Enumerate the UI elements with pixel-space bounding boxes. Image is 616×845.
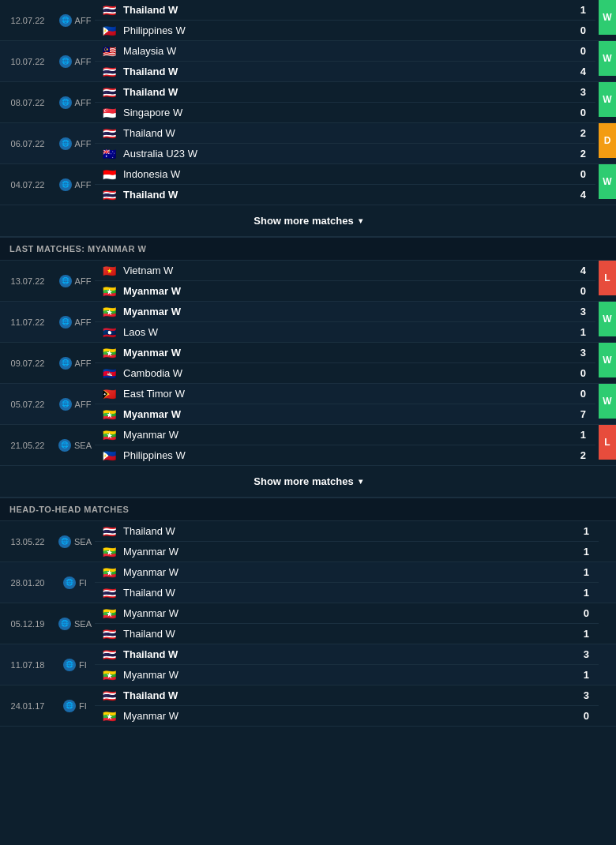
league-icon: 🌐 (59, 357, 72, 370)
team-flag: 🇲🇲 (101, 711, 117, 722)
league-icon: 🌐 (63, 659, 76, 671)
result-badge: W (599, 41, 616, 76)
match-teams: 🇲🇲Myanmar W3🇰🇭Cambodia W0 (95, 343, 595, 383)
team-score: 2 (573, 148, 589, 160)
team-row: 🇲🇲Myanmar W1 (95, 665, 599, 685)
team-score: 1 (577, 669, 592, 681)
team-score: 2 (573, 449, 589, 461)
team-score: 4 (573, 66, 589, 77)
team-score: 1 (577, 546, 592, 558)
show-more-button[interactable]: Show more matches▾ (0, 466, 616, 498)
team-row: 🇲🇲Myanmar W3 (95, 343, 595, 363)
team-flag: 🇲🇲 (101, 608, 117, 619)
team-row: 🇲🇲Myanmar W1 (95, 562, 599, 583)
team-flag: 🇱🇦 (101, 327, 117, 338)
match-league: 🌐SEA (55, 425, 95, 465)
team-name: Malaysia W (123, 45, 567, 57)
match-date: 12.07.22 (0, 0, 55, 40)
team-flag: 🇹🇭 (101, 66, 117, 77)
team-flag: 🇹🇱 (101, 389, 117, 400)
league-icon: 🌐 (59, 398, 72, 411)
team-row: 🇦🇺Australia U23 W2 (95, 144, 595, 163)
team-row: 🇲🇲Myanmar W7 (95, 404, 595, 424)
team-flag: 🇲🇲 (101, 670, 117, 681)
team-name: Philippines W (123, 24, 567, 36)
team-name: Thailand W (123, 587, 570, 599)
team-name: Laos W (123, 326, 567, 338)
match-teams: 🇹🇭Thailand W2🇦🇺Australia U23 W2 (95, 123, 595, 163)
team-flag: 🇹🇭 (101, 649, 117, 660)
result-badge: L (599, 261, 616, 295)
match-date: 11.07.18 (0, 644, 55, 685)
match-league: 🌐FI (55, 644, 95, 685)
team-flag: 🇹🇭 (101, 5, 117, 16)
team-row: 🇹🇭Thailand W1 (95, 624, 599, 644)
match-group: 11.07.18🌐FI🇹🇭Thailand W3🇲🇲Myanmar W1 (0, 644, 616, 685)
team-row: 🇹🇭Thailand W2 (95, 123, 595, 144)
match-league: 🌐SEA (55, 521, 95, 561)
team-score: 1 (577, 566, 592, 578)
team-name: Vietnam W (123, 265, 567, 276)
league-icon: 🌐 (63, 700, 76, 712)
team-name: Cambodia W (123, 367, 567, 379)
team-row: 🇲🇲Myanmar W3 (95, 302, 595, 322)
team-flag: 🇹🇭 (101, 690, 117, 701)
team-name: Thailand W (123, 189, 567, 201)
section-header-head-to-head: HEAD-TO-HEAD MATCHES (0, 498, 616, 521)
league-label: SEA (74, 441, 92, 450)
match-date: 10.07.22 (0, 41, 55, 81)
team-row: 🇵🇭Philippines W2 (95, 445, 595, 465)
team-score: 4 (573, 189, 589, 201)
team-score: 4 (573, 265, 589, 276)
team-flag: 🇰🇭 (101, 368, 117, 379)
match-group: 08.07.22🌐AFF🇹🇭Thailand W3🇸🇬Singapore W0W (0, 82, 616, 123)
team-name: Thailand W (123, 628, 570, 640)
team-row: 🇲🇲Myanmar W0 (95, 281, 595, 301)
match-teams: 🇲🇾Malaysia W0🇹🇭Thailand W4 (95, 41, 595, 81)
league-label: FI (79, 578, 87, 588)
team-score: 1 (573, 429, 589, 441)
app-container: 12.07.22🌐AFF🇹🇭Thailand W1🇵🇭Philippines W… (0, 0, 616, 727)
team-flag: 🇮🇩 (101, 169, 117, 180)
team-name: Myanmar W (123, 669, 570, 681)
match-date: 08.07.22 (0, 82, 55, 122)
match-teams: 🇲🇲Myanmar W3🇱🇦Laos W1 (95, 302, 595, 342)
match-date: 06.07.22 (0, 123, 55, 163)
chevron-down-icon: ▾ (359, 477, 362, 486)
league-icon: 🌐 (59, 137, 72, 150)
league-label: AFF (75, 98, 92, 107)
team-name: Myanmar W (123, 546, 570, 558)
team-row: 🇲🇲Myanmar W0 (95, 603, 599, 624)
team-flag: 🇦🇺 (101, 148, 117, 160)
team-score: 3 (577, 689, 592, 701)
team-score: 3 (577, 648, 592, 660)
show-more-button[interactable]: Show more matches▾ (0, 205, 616, 237)
team-name: Thailand W (123, 689, 570, 701)
team-row: 🇵🇭Philippines W0 (95, 21, 595, 40)
team-score: 1 (577, 525, 592, 537)
league-icon: 🌐 (58, 439, 71, 452)
match-date: 04.07.22 (0, 164, 55, 205)
match-league: 🌐AFF (55, 0, 95, 40)
match-group: 13.07.22🌐AFF🇻🇳Vietnam W4🇲🇲Myanmar W0L (0, 261, 616, 302)
result-badge: D (599, 123, 616, 158)
section-header-last-matches-myanmar: LAST MATCHES: MYANMAR W (0, 237, 616, 261)
team-flag: 🇲🇾 (101, 46, 117, 57)
team-score: 0 (573, 168, 589, 180)
team-score: 0 (577, 607, 592, 619)
team-flag: 🇲🇲 (101, 546, 117, 558)
league-label: AFF (75, 359, 92, 368)
match-date: 13.07.22 (0, 261, 55, 301)
match-date: 13.05.22 (0, 521, 55, 561)
team-name: Myanmar W (123, 285, 567, 297)
team-flag: 🇹🇭 (101, 128, 117, 139)
team-score: 0 (573, 285, 589, 297)
team-score: 0 (573, 45, 589, 57)
team-row: 🇸🇬Singapore W0 (95, 103, 595, 122)
team-name: Myanmar W (123, 429, 567, 441)
league-icon: 🌐 (58, 535, 71, 548)
team-score: 1 (573, 4, 589, 16)
team-flag: 🇻🇳 (101, 265, 117, 276)
team-score: 0 (573, 367, 589, 379)
team-name: Thailand W (123, 66, 567, 77)
